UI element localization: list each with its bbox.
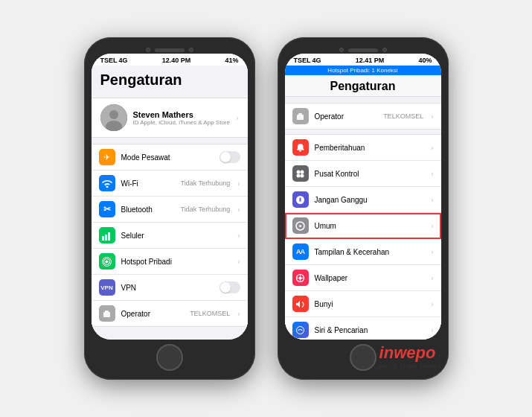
page-title-left: Pengaturan	[92, 66, 248, 92]
svg-point-6	[106, 260, 109, 263]
svg-point-1	[109, 110, 118, 119]
phone-right: TSEL 4G 12.41 PM 40% Hotspot Pribadi: 1 …	[278, 37, 449, 380]
row-value: Tidak Terhubung	[181, 179, 231, 187]
row-label: Wallpaper	[315, 274, 426, 282]
operator-icon-r	[292, 108, 309, 124]
hotspot-icon	[99, 253, 115, 270]
list-item[interactable]: Operator TELKOMSEL ›	[92, 301, 248, 326]
list-item[interactable]: Jangan Ganggu ›	[285, 187, 441, 213]
list-item[interactable]: ✈ Mode Pesawat	[92, 144, 248, 171]
row-chevron: ›	[431, 248, 433, 256]
umum-row[interactable]: Umum ›	[285, 213, 441, 239]
row-value: Tidak Terhubung	[181, 206, 231, 213]
svg-point-15	[297, 174, 301, 177]
row-label: Tampilan & Kecerahan	[315, 248, 426, 256]
svg-point-23	[297, 326, 304, 334]
vpn-icon: VPN	[99, 279, 115, 296]
network-label: 4G	[119, 57, 128, 64]
battery-label-right: 40%	[418, 57, 432, 64]
row-value: TELKOMSEL	[190, 310, 230, 317]
home-button-right[interactable]	[350, 344, 376, 371]
row-value: TELKOMSEL	[383, 112, 423, 120]
profile-sub: ID Apple, iCloud, iTunes & App Store	[133, 119, 231, 126]
row-label: Bluetooth	[121, 206, 175, 214]
camera-dot	[146, 48, 150, 52]
carrier-label-right: TSEL	[294, 57, 311, 64]
svg-rect-5	[108, 232, 110, 241]
row-chevron: ›	[431, 300, 433, 308]
speaker-notch-right	[348, 48, 378, 52]
sounds-icon	[292, 296, 309, 312]
phone-right-screen: TSEL 4G 12.41 PM 40% Hotspot Pribadi: 1 …	[285, 54, 441, 340]
row-chevron: ›	[237, 179, 240, 188]
row-chevron: ›	[431, 196, 433, 204]
settings-group-left: ✈ Mode Pesawat Wi-Fi Tidak Terhubung ›	[92, 144, 248, 327]
row-chevron: ›	[237, 258, 240, 266]
row-label: Hotspot Pribadi	[121, 258, 232, 266]
profile-section[interactable]: Steven Mathers ID Apple, iCloud, iTunes …	[92, 98, 248, 138]
list-item[interactable]: Pemberitahuan ›	[285, 135, 441, 161]
vpn-toggle[interactable]	[219, 281, 240, 293]
row-chevron: ›	[237, 310, 240, 318]
svg-rect-3	[102, 236, 104, 241]
nav-bar-right: Pengaturan	[285, 75, 441, 97]
home-button-left[interactable]	[156, 344, 183, 371]
list-item[interactable]: Operator TELKOMSEL ›	[285, 104, 441, 129]
row-chevron: ›	[431, 112, 433, 121]
row-label: Wi-Fi	[121, 179, 175, 188]
svg-rect-10	[105, 311, 109, 313]
row-chevron: ›	[431, 144, 433, 152]
profile-info: Steven Mathers ID Apple, iCloud, iTunes …	[133, 110, 231, 126]
sensor-dot-right	[382, 48, 387, 52]
profile-chevron: ›	[236, 114, 238, 122]
list-item[interactable]: Seluler ›	[92, 223, 248, 249]
settings-group-right: Pemberitahuan › Pusat Kontrol ›	[285, 134, 441, 340]
list-item[interactable]: Wi-Fi Tidak Terhubung ›	[92, 171, 248, 197]
general-icon	[292, 217, 309, 234]
list-item[interactable]: Bunyi ›	[285, 291, 441, 317]
list-item[interactable]: Pusat Kontrol ›	[285, 161, 441, 187]
row-label: Bunyi	[315, 300, 426, 308]
list-item[interactable]: Hotspot Pribadi ›	[92, 249, 248, 275]
row-chevron: ›	[237, 232, 240, 240]
row-label: Operator	[315, 112, 378, 121]
phone-top-notch	[92, 45, 248, 54]
time-label: 12.40 PM	[162, 57, 191, 64]
row-chevron: ›	[431, 274, 433, 282]
svg-rect-4	[105, 235, 107, 241]
row-label: Pemberitahuan	[315, 144, 426, 152]
svg-rect-11	[297, 115, 304, 120]
wallpaper-icon	[292, 270, 309, 286]
list-item[interactable]: Wallpaper ›	[285, 265, 441, 291]
watermark: inwepo Learn & Share Tutorial	[374, 343, 440, 371]
list-item[interactable]: Siri & Pencarian ›	[285, 317, 441, 340]
row-chevron: ›	[431, 326, 433, 334]
display-icon: AA	[292, 243, 309, 260]
airplane-toggle[interactable]	[219, 151, 240, 163]
status-bar-left: TSEL 4G 12.40 PM 41%	[92, 54, 248, 66]
row-chevron: ›	[431, 170, 433, 178]
row-label: Mode Pesawat	[121, 153, 214, 162]
settings-list-right: Operator TELKOMSEL › Pemberitahuan ›	[285, 97, 441, 340]
phone-top-notch-right	[285, 45, 441, 54]
list-item[interactable]: ✂ Bluetooth Tidak Terhubung ›	[92, 197, 248, 223]
phone-left: TSEL 4G 12.40 PM 41% Pengaturan	[84, 37, 255, 380]
time-label-right: 12.41 PM	[356, 57, 385, 64]
notification-icon	[292, 139, 309, 156]
list-item[interactable]: VPN VPN	[92, 275, 248, 301]
avatar	[100, 104, 127, 131]
phone-left-screen: TSEL 4G 12.40 PM 41% Pengaturan	[92, 54, 248, 340]
camera-dot-right	[339, 48, 344, 52]
control-center-icon	[292, 165, 309, 182]
svg-point-14	[301, 170, 304, 174]
svg-point-13	[297, 170, 301, 174]
row-label: Jangan Ganggu	[315, 196, 426, 204]
wifi-icon	[99, 175, 115, 191]
brand-tagline: Learn & Share Tutorial	[374, 363, 440, 371]
list-item[interactable]: AA Tampilan & Kecerahan ›	[285, 239, 441, 265]
status-right-left: TSEL 4G	[294, 57, 321, 64]
settings-group-top: Operator TELKOMSEL ›	[285, 103, 441, 130]
speaker-notch	[155, 48, 185, 52]
do-not-disturb-icon	[292, 191, 309, 208]
status-bar-right: TSEL 4G 12.41 PM 40%	[285, 54, 441, 66]
